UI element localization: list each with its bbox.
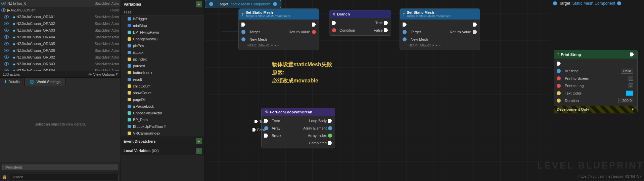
add-local-variable-button[interactable]: + <box>196 148 202 154</box>
variable-isPauseLock[interactable]: isPauseLock <box>121 103 204 110</box>
blueprint-canvas[interactable]: Target Static Mesh Component f Set Stati… <box>205 0 550 181</box>
print-to-screen-checkbox[interactable]: ✓ <box>629 76 633 81</box>
actor-type: StaticMeshActor <box>95 22 119 26</box>
add-variable-button[interactable]: + <box>196 1 202 7</box>
in-string-value[interactable]: Hello <box>621 69 633 74</box>
details-tab-label: Details <box>8 80 20 84</box>
variable-VRCameraIndex[interactable]: VRCameraIndex <box>121 130 204 137</box>
table-row[interactable]: ◆ NZJinJuChuan_ORA03 StaticMeshActor <box>3 27 121 34</box>
pin-row-print-to-log: Print to Log ✓ <box>554 82 637 89</box>
exec-out-pin <box>312 23 316 27</box>
variable-name: isPauseLock <box>133 104 154 108</box>
chevron-down-icon: ▾ <box>116 72 118 76</box>
visibility-icon[interactable] <box>4 22 9 25</box>
set-static-mesh-node-2[interactable]: f Set Static Mesh Target is Static Mesh … <box>400 8 480 50</box>
view-options-button[interactable]: 👁 View Options ▾ <box>88 72 118 76</box>
local-variables-section: Local Variables (0X) + <box>121 146 204 155</box>
visibility-icon[interactable] <box>4 49 9 52</box>
dev-only-bar: Development Only ▼ <box>554 106 637 113</box>
target-top-pin <box>553 1 557 5</box>
search-input[interactable] <box>9 174 119 180</box>
table-row[interactable]: ◆ NZJinJuChuan_ORA04 StaticMeshActor <box>3 34 121 40</box>
set-static-mesh-header-2: f Set Static Mesh Target is Static Mesh … <box>400 9 480 20</box>
dev-only-label: Development Only <box>557 107 589 111</box>
table-row[interactable]: ◆ NZJinJuChuan_ORA06 StaticMeshActor <box>3 47 121 54</box>
table-row[interactable]: ▶ NZJinJuChuan Folder <box>0 7 121 13</box>
variable-result[interactable]: result <box>121 76 204 83</box>
pin-row-array: Array Array Element <box>262 124 335 132</box>
annotation-line-1: 物体设置staticMesh失败 <box>272 61 332 69</box>
variable-childCount[interactable]: childCount <box>121 83 204 89</box>
variable-paused[interactable]: paused <box>121 63 204 69</box>
false-label-canvas: False <box>252 128 266 132</box>
node-title: Set Static Mesh <box>407 10 451 14</box>
variable-isLock[interactable]: isLock <box>121 49 204 56</box>
variable-ChooseViewActor[interactable]: ChooseViewActor <box>121 110 204 116</box>
pin-row-new-mesh: New Mesh <box>239 36 319 43</box>
variable-miniMap[interactable]: miniMap <box>121 22 204 29</box>
target-static-mesh-component-node[interactable]: Target Static Mesh Component <box>205 0 281 8</box>
branch-node[interactable]: ⑆ Branch True Condition False <box>329 10 391 36</box>
add-event-dispatcher-button[interactable]: + <box>196 138 202 144</box>
visibility-icon[interactable] <box>4 29 9 32</box>
table-row[interactable]: ◆ NZJinJuChuan_ORA02 StaticMeshActor <box>3 20 121 27</box>
return-value-label: Return Value <box>450 30 471 34</box>
array-index-pin <box>328 134 332 138</box>
visibility-icon[interactable] <box>4 42 9 45</box>
variable-BP_Data[interactable]: BP_Data <box>121 116 204 123</box>
tab-world-settings[interactable]: 🌐 World Settings <box>25 78 65 86</box>
variable-name: isTrigger <box>133 17 147 21</box>
variable-picIndex[interactable]: picIndex <box>121 56 204 63</box>
print-to-log-checkbox[interactable]: ✓ <box>629 83 633 88</box>
node-body: True Condition False <box>329 18 391 35</box>
variable-name: paused <box>133 64 145 68</box>
for-each-loop-title: ForEachLoopWithBreak <box>270 110 312 114</box>
visibility-icon[interactable] <box>4 62 9 66</box>
table-row[interactable]: ◆ NZJinJuChuan_ORB04 StaticMeshActor <box>3 67 121 71</box>
table-row[interactable]: ◆ NZJinJuChuan_ORB02 StaticMeshActor <box>3 54 121 61</box>
visibility-icon[interactable] <box>4 15 9 19</box>
exec-in-pin <box>241 23 245 27</box>
visibility-icon[interactable] <box>4 35 9 39</box>
false-text: False <box>257 128 266 132</box>
variable-BP_FlyingPawn[interactable]: BP_FlyingPawn <box>121 29 204 36</box>
variable-name: picPos <box>133 44 144 48</box>
return-value-pin <box>473 30 477 34</box>
completed-label: Completed <box>309 141 327 145</box>
table-row[interactable]: ◆ NZJinJuChuan_ORB03 StaticMeshActor <box>3 61 121 67</box>
variable-picPos[interactable]: picPos <box>121 42 204 49</box>
set-static-mesh-node-1[interactable]: f Set Static Mesh Target is Static Mesh … <box>238 8 319 50</box>
level-blueprint-watermark: LEVEL BLUEPRINT <box>537 160 644 171</box>
variable-buttonIndex[interactable]: buttonIndex <box>121 69 204 76</box>
break-label: Break <box>270 134 308 138</box>
table-row[interactable]: NZTaTou_6 StaticMeshActor <box>0 0 121 7</box>
function-icon: f <box>557 52 559 57</box>
duration-value[interactable]: 200.0 <box>618 98 633 103</box>
visibility-icon[interactable] <box>4 69 9 71</box>
variable-isTrigger[interactable]: isTrigger <box>121 15 204 22</box>
for-each-loop-node[interactable]: ⟲ ForEachLoopWithBreak Exec Loop Body Ar… <box>261 108 335 148</box>
tab-details[interactable]: ℹ Details <box>0 78 25 86</box>
completed-pin <box>328 141 332 145</box>
pin-row-text-color: Text Color <box>554 89 637 97</box>
text-color-label: Text Color <box>563 91 584 95</box>
table-row[interactable]: ◆ NZJinJuChuan_ORA05 StaticMeshActor <box>3 40 121 47</box>
function-icon: f <box>242 12 243 17</box>
variables-panel-header: Variables + <box>121 0 204 9</box>
actor-type: StaticMeshActor <box>95 49 119 52</box>
variable-ChangeViewID[interactable]: ChangeViewID <box>121 36 204 42</box>
text-color-swatch[interactable] <box>626 90 633 96</box>
visibility-icon[interactable] <box>4 56 9 59</box>
variable-pageDir[interactable]: pageDir <box>121 96 204 103</box>
variable-ISLookUpPaiZhao[interactable]: ISLookUpPaiZhao？ <box>121 123 204 130</box>
new-mesh-label: New Mesh <box>409 37 428 41</box>
globe-icon: 🌐 <box>30 80 34 84</box>
print-string-node[interactable]: f Print String In String Hello Print to … <box>554 50 638 113</box>
visibility-icon[interactable] <box>1 2 6 5</box>
table-row[interactable]: ◆ NZJinJuChuan_ORA01 StaticMeshActor <box>3 13 121 20</box>
branch-icon: ⑆ <box>333 12 335 16</box>
actor-name: NZJinJuChuan_ORA03 <box>16 28 95 32</box>
exec-in-pin <box>557 62 561 66</box>
variable-showCount[interactable]: showCount <box>121 89 204 96</box>
visibility-icon[interactable] <box>1 8 6 12</box>
